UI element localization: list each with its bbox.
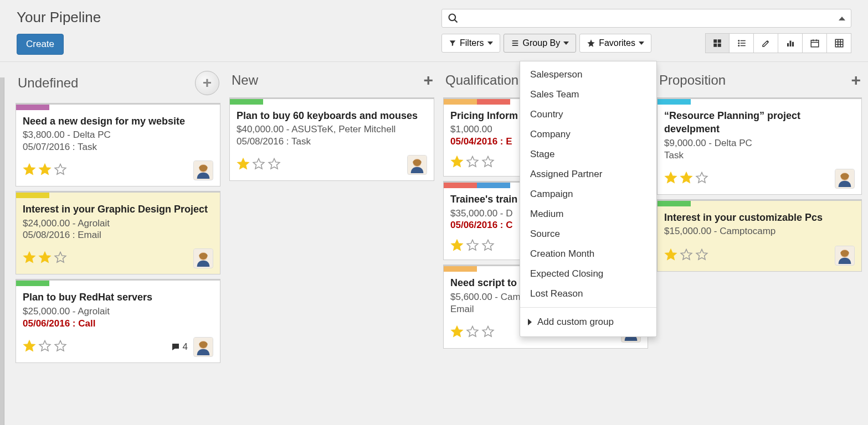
kanban-column: Undefined+Need a new design for my websi… — [11, 62, 225, 367]
card-subtitle: $24,000.00 - Agrolait — [23, 217, 213, 230]
filters-button[interactable]: Filters — [441, 34, 500, 53]
create-button[interactable]: Create — [17, 34, 64, 55]
priority-stars[interactable] — [23, 251, 67, 266]
card-activity: 05/08/2016 : Email — [23, 230, 213, 241]
color-tag — [444, 99, 477, 105]
priority-stars[interactable] — [450, 155, 495, 170]
groupby-option[interactable]: Assigned Partner — [520, 164, 656, 184]
comment-count[interactable]: 4 — [171, 341, 188, 353]
star-icon[interactable] — [450, 155, 464, 170]
star-icon[interactable] — [466, 239, 479, 254]
star-icon[interactable] — [54, 163, 67, 178]
groupby-option[interactable]: Company — [520, 125, 656, 144]
star-icon[interactable] — [680, 248, 693, 263]
pivot-view-button[interactable] — [827, 33, 851, 53]
chevron-down-icon — [487, 42, 493, 45]
groupby-option[interactable]: Creation Month — [520, 244, 656, 264]
star-icon[interactable] — [23, 163, 36, 178]
star-icon[interactable] — [680, 171, 693, 186]
search-box[interactable] — [441, 9, 851, 28]
priority-stars[interactable] — [664, 171, 708, 186]
star-icon[interactable] — [466, 155, 479, 170]
kanban-card[interactable]: Plan to buy 60 keyboards and mouses$40,0… — [229, 97, 434, 181]
star-icon[interactable] — [481, 155, 495, 170]
graph-view-button[interactable] — [778, 33, 803, 53]
collapse-search-icon[interactable] — [839, 17, 845, 20]
groupby-option[interactable]: Expected Closing — [520, 264, 656, 284]
card-activity: Task — [664, 150, 855, 161]
svg-rect-2 — [713, 39, 717, 43]
comment-icon — [171, 342, 181, 352]
form-view-button[interactable] — [754, 33, 778, 53]
groupby-option[interactable]: Medium — [520, 204, 656, 224]
kanban-view-button[interactable] — [705, 33, 730, 53]
star-icon[interactable] — [268, 157, 281, 173]
add-record-button[interactable]: + — [423, 71, 433, 90]
add-custom-group[interactable]: Add custom group — [520, 311, 656, 333]
priority-stars[interactable] — [23, 339, 67, 355]
star-icon[interactable] — [54, 339, 67, 355]
star-icon[interactable] — [664, 248, 677, 263]
star-icon[interactable] — [695, 248, 708, 263]
star-icon[interactable] — [466, 325, 479, 340]
card-title: Plan to buy RedHat servers — [23, 291, 213, 304]
star-icon[interactable] — [38, 251, 52, 266]
svg-point-8 — [738, 43, 739, 44]
kanban-card[interactable]: Need a new design for my website$3,800.0… — [16, 103, 220, 186]
star-icon[interactable] — [237, 157, 250, 173]
groupby-option[interactable]: Campaign — [520, 184, 656, 204]
star-icon[interactable] — [23, 251, 36, 266]
groupby-option[interactable]: Lost Reason — [520, 284, 656, 304]
priority-stars[interactable] — [664, 248, 708, 263]
avatar[interactable] — [193, 160, 213, 180]
star-icon[interactable] — [23, 339, 36, 355]
avatar[interactable] — [193, 248, 213, 268]
groupby-button[interactable]: Group By — [504, 34, 577, 53]
star-icon[interactable] — [450, 239, 464, 254]
search-input[interactable] — [463, 13, 839, 23]
color-tag — [444, 266, 477, 272]
kanban-card[interactable]: Interest in your customizable Pcs$15,000… — [657, 199, 862, 272]
avatar[interactable] — [835, 169, 855, 189]
groupby-option[interactable]: Source — [520, 224, 656, 244]
avatar[interactable] — [193, 337, 213, 357]
priority-stars[interactable] — [23, 163, 67, 178]
card-subtitle: $25,000.00 - Agrolait — [23, 305, 213, 318]
add-record-button[interactable]: + — [851, 71, 861, 90]
star-icon[interactable] — [38, 163, 52, 178]
priority-stars[interactable] — [450, 239, 495, 254]
star-icon[interactable] — [252, 157, 265, 173]
svg-rect-14 — [792, 42, 794, 46]
priority-stars[interactable] — [450, 325, 495, 340]
favorites-button[interactable]: Favorites — [579, 34, 651, 53]
groupby-option[interactable]: Stage — [520, 144, 656, 164]
calendar-view-button[interactable] — [803, 33, 827, 53]
avatar[interactable] — [407, 155, 427, 175]
kanban-card[interactable]: “Resource Planning” project develpment$9… — [657, 97, 862, 195]
star-icon[interactable] — [450, 325, 464, 340]
star-icon[interactable] — [695, 171, 708, 186]
svg-rect-12 — [787, 43, 789, 46]
star-icon[interactable] — [664, 171, 677, 186]
svg-rect-4 — [713, 44, 717, 47]
calendar-icon — [810, 38, 820, 48]
list-view-button[interactable] — [730, 33, 754, 53]
groupby-option[interactable]: Salesperson — [520, 65, 656, 85]
kanban-card[interactable]: Interest in your Graphic Design Project$… — [16, 191, 220, 274]
priority-stars[interactable] — [237, 157, 281, 173]
view-switcher — [705, 33, 851, 53]
groupby-option[interactable]: Sales Team — [520, 85, 656, 105]
star-icon[interactable] — [481, 325, 495, 340]
star-icon[interactable] — [54, 251, 67, 266]
star-icon[interactable] — [481, 239, 495, 254]
star-icon[interactable] — [38, 339, 52, 355]
add-record-button[interactable]: + — [195, 71, 219, 95]
left-panel-handle[interactable] — [0, 77, 4, 379]
card-title: Need a new design for my website — [23, 115, 213, 128]
avatar[interactable] — [835, 246, 855, 266]
list-icon — [737, 38, 747, 48]
groupby-option[interactable]: Country — [520, 105, 656, 125]
kanban-board: Undefined+Need a new design for my websi… — [0, 62, 868, 379]
kanban-card[interactable]: Plan to buy RedHat servers$25,000.00 - A… — [16, 279, 220, 362]
groupby-icon — [511, 39, 520, 47]
